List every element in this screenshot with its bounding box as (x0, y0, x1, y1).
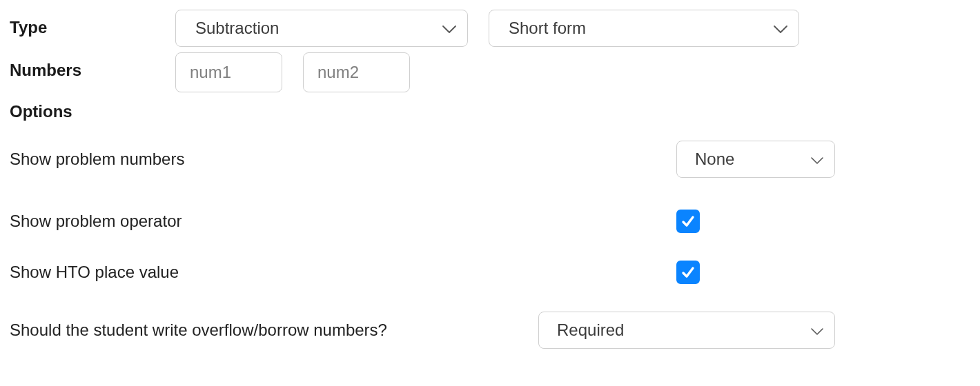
option-show-hto-row: Show HTO place value (10, 261, 835, 284)
option-show-problem-numbers-control: None (676, 141, 835, 178)
num2-input[interactable] (303, 52, 410, 92)
show-hto-checkbox[interactable] (676, 261, 700, 284)
option-show-problem-numbers-row: Show problem numbers None (10, 141, 835, 178)
numbers-label: Numbers (10, 52, 175, 80)
type-row: Type Subtraction Short form (10, 10, 970, 47)
chevron-down-icon (811, 150, 823, 169)
numbers-controls (175, 52, 410, 92)
num1-input[interactable] (175, 52, 282, 92)
option-overflow-borrow-control: Required (538, 312, 835, 349)
option-show-problem-numbers-label: Show problem numbers (10, 150, 184, 169)
numbers-row: Numbers (10, 52, 970, 92)
type-select[interactable]: Subtraction (175, 10, 468, 47)
overflow-borrow-select[interactable]: Required (538, 312, 835, 349)
overflow-borrow-value: Required (557, 321, 624, 340)
chevron-down-icon (442, 19, 456, 38)
option-show-problem-operator-label: Show problem operator (10, 212, 182, 231)
form-select-value: Short form (509, 19, 586, 38)
type-label: Type (10, 10, 175, 37)
show-problem-numbers-select[interactable]: None (676, 141, 835, 178)
show-problem-numbers-value: None (695, 150, 734, 169)
option-overflow-borrow-row: Should the student write overflow/borrow… (10, 312, 835, 349)
options-heading: Options (10, 102, 970, 121)
chevron-down-icon (774, 19, 787, 38)
option-show-problem-operator-control (676, 210, 835, 233)
option-overflow-borrow-label: Should the student write overflow/borrow… (10, 321, 387, 340)
type-select-value: Subtraction (195, 19, 279, 38)
option-show-hto-label: Show HTO place value (10, 263, 179, 282)
form-select[interactable]: Short form (489, 10, 799, 47)
chevron-down-icon (811, 321, 823, 340)
option-show-problem-operator-row: Show problem operator (10, 210, 835, 233)
type-controls: Subtraction Short form (175, 10, 799, 47)
option-show-hto-control (676, 261, 835, 284)
show-problem-operator-checkbox[interactable] (676, 210, 700, 233)
